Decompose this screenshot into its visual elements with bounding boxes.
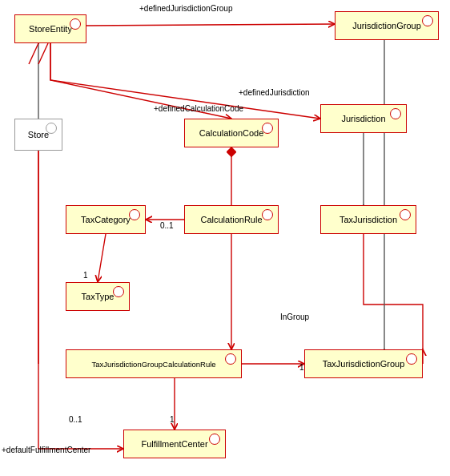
store-circle <box>46 123 57 134</box>
store-entity-label: StoreEntity <box>24 24 77 34</box>
annotation-01-fc: 0..1 <box>69 415 82 424</box>
tax-category-label: TaxCategory <box>76 215 135 224</box>
tax-category-circle <box>129 209 140 220</box>
jurisdiction-label: Jurisdiction <box>336 114 390 123</box>
tax-category-box: TaxCategory <box>66 205 146 234</box>
calculation-code-box: CalculationCode <box>184 119 279 147</box>
svg-line-15 <box>38 43 48 64</box>
tax-jurisdiction-label: TaxJurisdiction <box>335 215 402 224</box>
calculation-code-circle <box>262 123 273 134</box>
tax-type-circle <box>113 286 124 297</box>
calculation-rule-circle <box>262 209 273 220</box>
tax-jurisdiction-group-circle <box>406 353 417 365</box>
fulfillment-center-label: FulfillmentCenter <box>136 439 212 449</box>
fulfillment-center-circle <box>209 434 220 445</box>
svg-line-3 <box>86 24 335 26</box>
fulfillment-center-box: FulfillmentCenter <box>123 430 226 458</box>
annotation-1-taxtype: 1 <box>83 271 88 280</box>
annotation-defined-jurisdiction-group: +definedJurisdictionGroup <box>139 4 232 13</box>
svg-line-7 <box>98 234 106 282</box>
annotation-defined-calculation-code: +definedCalculationCode <box>154 104 243 113</box>
jurisdiction-circle <box>390 108 401 119</box>
uml-diagram: StoreEntity Store JurisdictionGroup Juri… <box>0 0 450 476</box>
svg-line-14 <box>29 43 38 64</box>
arrows-layer <box>0 0 450 476</box>
tax-jurisdiction-group-box: TaxJurisdictionGroup <box>304 349 423 378</box>
annotation-default-fulfillment-center: +defaultFulfillmentCenter <box>2 446 90 454</box>
tax-jurisdiction-group-calculation-rule-box: TaxJurisdictionGroupCalculationRule <box>66 349 242 378</box>
calculation-rule-label: CalculationRule <box>195 215 267 224</box>
tax-jurisdiction-circle <box>400 209 411 220</box>
tax-jurisdiction-box: TaxJurisdiction <box>320 205 416 234</box>
jurisdiction-group-circle <box>422 15 433 26</box>
jurisdiction-group-box: JurisdictionGroup <box>335 11 439 40</box>
annotation-1-tjgcr: 1 <box>299 363 304 372</box>
jurisdiction-box: Jurisdiction <box>320 104 407 133</box>
jurisdiction-group-label: JurisdictionGroup <box>348 21 426 30</box>
annotation-defined-jurisdiction: +definedJurisdiction <box>239 88 310 97</box>
annotation-1-fc: 1 <box>170 415 175 424</box>
annotation-in-group: InGroup <box>280 313 309 321</box>
calculation-rule-box: CalculationRule <box>184 205 279 234</box>
store-box: Store <box>14 119 62 151</box>
store-entity-box: StoreEntity <box>14 14 86 43</box>
annotation-01-calc: 0..1 <box>160 221 174 230</box>
tjgcr-circle <box>225 353 236 365</box>
tax-jurisdiction-group-label: TaxJurisdictionGroup <box>318 359 410 369</box>
calculation-code-label: CalculationCode <box>195 128 269 138</box>
tax-type-box: TaxType <box>66 282 130 311</box>
tjgcr-label: TaxJurisdictionGroupCalculationRule <box>86 360 220 369</box>
store-entity-circle <box>70 18 81 30</box>
